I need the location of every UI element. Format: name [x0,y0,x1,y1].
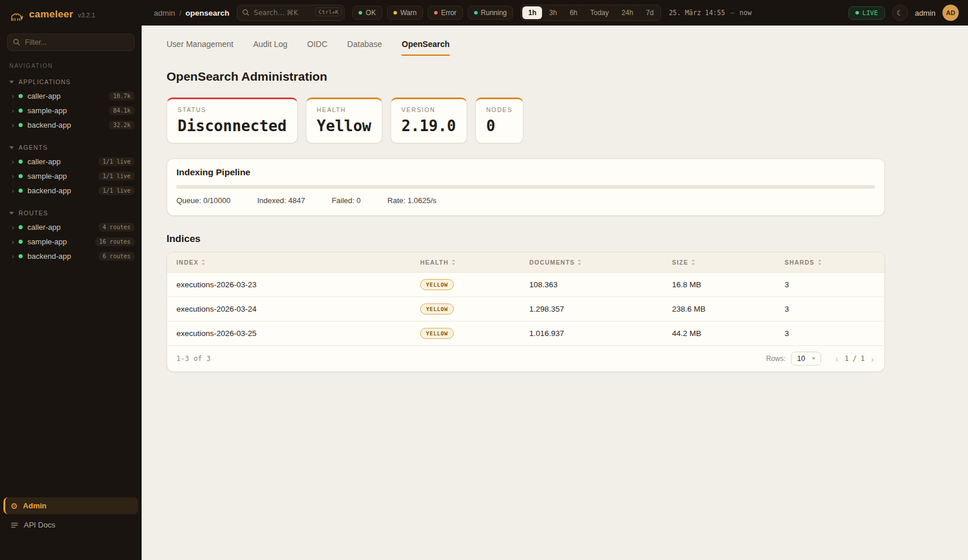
cell-health: YELLOW [411,321,520,346]
item-label: Admin [23,501,46,510]
status-dot [19,189,23,193]
stat-label: STATUS [178,106,287,113]
next-page-button[interactable]: › [870,355,875,363]
filter-input[interactable] [7,34,135,51]
cell-size: 44.2 MB [663,321,775,346]
time-range-7d[interactable]: 7d [640,6,659,19]
nav-group-agents: AGENTS › caller-app 1/1 live › sample-ap… [0,142,142,198]
warn-dot-icon [393,11,397,15]
nav-group-applications: APPLICATIONS › caller-app 10.7k › sample… [0,76,142,132]
rows-per-page-select[interactable]: 10 [791,352,821,366]
tab-database[interactable]: Database [347,39,382,56]
item-label: API Docs [24,521,55,529]
item-label: caller-app [27,92,104,100]
tab-oidc[interactable]: OIDC [307,39,327,56]
sidebar-item-backend-app-routes[interactable]: › backend-app 6 routes [0,249,142,263]
sort-icon [691,259,695,265]
status-filter-group: OK Warn Error Running [352,6,513,20]
avatar[interactable]: AD [942,5,959,21]
chevron-right-icon: › [12,252,14,260]
sidebar-item-caller-app-routes[interactable]: › caller-app 4 routes [0,220,142,234]
health-badge: YELLOW [420,279,454,290]
time-range-24h[interactable]: 24h [616,6,639,19]
sidebar-item-sample-app-routes[interactable]: › sample-app 16 routes [0,234,142,249]
status-dot [19,94,23,98]
indices-table-card: INDEX HEALTH DOCUMENTS SIZE SHARDS execu… [167,252,885,372]
column-header-health[interactable]: HEALTH [411,252,520,273]
time-range-today[interactable]: Today [584,6,615,19]
chevron-right-icon: › [12,187,14,194]
pipeline-rate: Rate: 1.0625/s [388,196,437,205]
section-header-applications[interactable]: APPLICATIONS [0,76,142,89]
rows-per-page-value: 10 [797,355,805,363]
tab-audit-log[interactable]: Audit Log [253,39,287,56]
filter-chip-warn[interactable]: Warn [387,6,423,20]
column-header-shards[interactable]: SHARDS [775,252,884,273]
global-search: Ctrl+K [237,5,345,21]
live-label: LIVE [862,9,878,17]
date-range-display[interactable]: 25. März 14:55 — now [669,9,752,17]
search-icon [242,9,250,16]
breadcrumb-separator: / [179,9,182,17]
sidebar-footer: ⚙ Admin API Docs [0,497,142,560]
filter-chip-ok[interactable]: OK [352,6,382,20]
time-range-3h[interactable]: 3h [543,6,562,19]
breadcrumb-parent[interactable]: admin [154,9,175,17]
error-dot-icon [434,11,438,15]
chip-label: Running [481,9,507,17]
nav-section-label: NAVIGATION [0,63,142,69]
sidebar-item-admin[interactable]: ⚙ Admin [3,497,138,514]
table-header-row: INDEX HEALTH DOCUMENTS SIZE SHARDS [167,252,884,273]
table-row[interactable]: executions-2026-03-25 YELLOW 1.016.937 4… [167,321,884,346]
live-badge: 1/1 live [99,172,135,180]
cell-shards: 3 [775,297,884,321]
stat-label: VERSION [402,106,456,113]
topbar-right-cluster: LIVE ☾ admin AD [848,5,959,21]
filter-chip-error[interactable]: Error [428,6,463,20]
sidebar-item-backend-app-agent[interactable]: › backend-app 1/1 live [0,183,142,198]
cell-health: YELLOW [411,297,520,321]
cell-shards: 3 [775,321,884,346]
sidebar-item-caller-app[interactable]: › caller-app 10.7k [0,89,142,103]
filter-chip-running[interactable]: Running [468,6,514,20]
section-header-routes[interactable]: ROUTES [0,207,142,220]
sidebar-item-caller-app-agent[interactable]: › caller-app 1/1 live [0,154,142,169]
running-dot-icon [474,11,478,15]
status-dot [19,160,23,164]
keyboard-shortcut-badge: Ctrl+K [315,8,342,16]
tab-user-management[interactable]: User Management [167,39,233,56]
cell-health: YELLOW [411,273,520,297]
live-badge: 1/1 live [99,186,135,195]
search-icon [13,38,20,46]
sidebar-item-backend-app[interactable]: › backend-app 32.2k [0,118,142,132]
column-header-index[interactable]: INDEX [167,252,411,273]
status-dot [19,174,23,178]
column-header-documents[interactable]: DOCUMENTS [520,252,663,273]
sidebar-item-api-docs[interactable]: API Docs [3,516,138,533]
sidebar-item-sample-app-agent[interactable]: › sample-app 1/1 live [0,169,142,183]
column-header-size[interactable]: SIZE [663,252,775,273]
live-indicator-button[interactable]: LIVE [848,6,885,20]
pipeline-queue: Queue: 0/10000 [176,196,230,205]
stat-value: 2.19.0 [402,117,456,135]
indices-table: INDEX HEALTH DOCUMENTS SIZE SHARDS execu… [167,252,884,345]
chevron-down-icon [9,146,14,149]
chevron-down-icon [9,81,14,84]
stat-card-status: STATUS Disconnected [167,97,298,143]
breadcrumb: admin / opensearch [154,9,229,17]
count-badge: 10.7k [109,92,135,100]
time-range-6h[interactable]: 6h [564,6,583,19]
status-dot [19,225,23,229]
dark-mode-toggle[interactable]: ☾ [892,5,908,21]
indexing-pipeline-card: Indexing Pipeline Queue: 0/10000 Indexed… [167,158,885,216]
tab-opensearch[interactable]: OpenSearch [402,39,449,56]
sidebar-item-sample-app[interactable]: › sample-app 84.1k [0,103,142,118]
prev-page-button[interactable]: ‹ [834,355,839,363]
table-row[interactable]: executions-2026-03-24 YELLOW 1.298.357 2… [167,297,884,321]
cell-size: 16.8 MB [663,273,775,297]
chevron-right-icon: › [12,92,14,100]
table-row[interactable]: executions-2026-03-23 YELLOW 108.363 16.… [167,273,884,297]
chip-label: Warn [400,9,417,17]
section-header-agents[interactable]: AGENTS [0,142,142,154]
time-range-1h[interactable]: 1h [522,6,542,19]
